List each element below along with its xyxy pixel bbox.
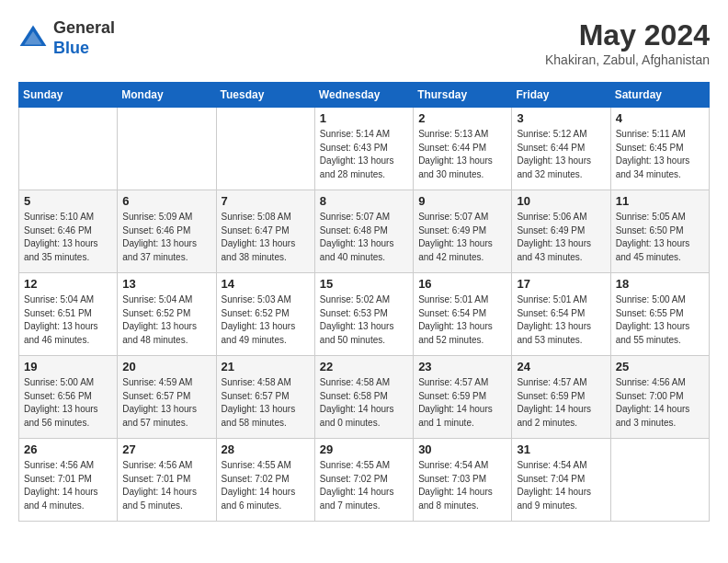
- day-number: 4: [616, 111, 704, 125]
- calendar-cell: 12Sunrise: 5:04 AMSunset: 6:51 PMDayligh…: [19, 273, 118, 356]
- calendar-cell: 3Sunrise: 5:12 AMSunset: 6:44 PMDaylight…: [512, 108, 610, 190]
- day-info: Sunrise: 4:56 AMSunset: 7:00 PMDaylight:…: [616, 376, 704, 430]
- day-number: 27: [122, 442, 210, 456]
- page-header: General Blue May 2024 Khakiran, Zabul, A…: [18, 18, 710, 67]
- day-info: Sunrise: 4:56 AMSunset: 7:01 PMDaylight:…: [122, 459, 210, 512]
- day-info: Sunrise: 5:01 AMSunset: 6:54 PMDaylight:…: [418, 293, 506, 347]
- day-number: 8: [320, 194, 408, 208]
- day-info: Sunrise: 4:58 AMSunset: 6:57 PMDaylight:…: [222, 376, 310, 430]
- calendar-cell: 6Sunrise: 5:09 AMSunset: 6:46 PMDaylight…: [118, 190, 216, 273]
- day-number: 11: [616, 194, 704, 208]
- weekday-header-wednesday: Wednesday: [314, 83, 413, 108]
- weekday-header-sunday: Sunday: [19, 83, 118, 108]
- weekday-header-friday: Friday: [512, 83, 610, 108]
- day-number: 6: [122, 194, 210, 208]
- day-info: Sunrise: 5:07 AMSunset: 6:48 PMDaylight:…: [320, 211, 408, 264]
- day-number: 13: [122, 277, 210, 291]
- day-number: 5: [24, 194, 112, 208]
- calendar-cell: 15Sunrise: 5:02 AMSunset: 6:53 PMDayligh…: [314, 273, 413, 356]
- weekday-header-monday: Monday: [118, 83, 216, 108]
- calendar-cell: 4Sunrise: 5:11 AMSunset: 6:45 PMDaylight…: [610, 108, 709, 190]
- day-info: Sunrise: 5:07 AMSunset: 6:49 PMDaylight:…: [418, 211, 506, 264]
- day-info: Sunrise: 4:58 AMSunset: 6:58 PMDaylight:…: [320, 376, 408, 430]
- calendar-body: 1Sunrise: 5:14 AMSunset: 6:43 PMDaylight…: [19, 108, 710, 522]
- day-number: 28: [222, 442, 310, 456]
- calendar-cell: [610, 439, 709, 522]
- calendar-cell: 19Sunrise: 5:00 AMSunset: 6:56 PMDayligh…: [19, 356, 118, 439]
- calendar-cell: 1Sunrise: 5:14 AMSunset: 6:43 PMDaylight…: [314, 108, 413, 190]
- calendar-week-4: 19Sunrise: 5:00 AMSunset: 6:56 PMDayligh…: [19, 356, 710, 439]
- calendar-cell: 14Sunrise: 5:03 AMSunset: 6:52 PMDayligh…: [216, 273, 314, 356]
- day-number: 23: [418, 360, 506, 373]
- calendar-cell: 18Sunrise: 5:00 AMSunset: 6:55 PMDayligh…: [610, 273, 709, 356]
- calendar-week-5: 26Sunrise: 4:56 AMSunset: 7:01 PMDayligh…: [19, 439, 710, 522]
- calendar-week-1: 1Sunrise: 5:14 AMSunset: 6:43 PMDaylight…: [19, 108, 710, 190]
- day-info: Sunrise: 5:10 AMSunset: 6:46 PMDaylight:…: [24, 211, 112, 264]
- day-info: Sunrise: 5:04 AMSunset: 6:51 PMDaylight:…: [24, 293, 112, 347]
- calendar-cell: 31Sunrise: 4:54 AMSunset: 7:04 PMDayligh…: [512, 439, 610, 522]
- day-info: Sunrise: 4:55 AMSunset: 7:02 PMDaylight:…: [222, 459, 310, 512]
- day-info: Sunrise: 5:00 AMSunset: 6:55 PMDaylight:…: [616, 293, 704, 347]
- day-number: 19: [24, 360, 112, 373]
- day-info: Sunrise: 5:01 AMSunset: 6:54 PMDaylight:…: [517, 293, 605, 347]
- day-info: Sunrise: 5:00 AMSunset: 6:56 PMDaylight:…: [24, 376, 112, 430]
- day-info: Sunrise: 5:13 AMSunset: 6:44 PMDaylight:…: [418, 128, 506, 181]
- calendar-week-2: 5Sunrise: 5:10 AMSunset: 6:46 PMDaylight…: [19, 190, 710, 273]
- day-number: 16: [418, 277, 506, 291]
- calendar-cell: 5Sunrise: 5:10 AMSunset: 6:46 PMDaylight…: [19, 190, 118, 273]
- weekday-header-tuesday: Tuesday: [216, 83, 314, 108]
- day-number: 17: [517, 277, 605, 291]
- calendar-week-3: 12Sunrise: 5:04 AMSunset: 6:51 PMDayligh…: [19, 273, 710, 356]
- logo-icon: [18, 24, 48, 53]
- title-block: May 2024 Khakiran, Zabul, Afghanistan: [545, 18, 710, 67]
- weekday-header-row: SundayMondayTuesdayWednesdayThursdayFrid…: [19, 83, 710, 108]
- day-info: Sunrise: 5:02 AMSunset: 6:53 PMDaylight:…: [320, 293, 408, 347]
- day-number: 2: [418, 111, 506, 125]
- calendar-cell: 28Sunrise: 4:55 AMSunset: 7:02 PMDayligh…: [216, 439, 314, 522]
- day-number: 25: [616, 360, 704, 373]
- calendar-cell: [216, 108, 314, 190]
- calendar-cell: 2Sunrise: 5:13 AMSunset: 6:44 PMDaylight…: [414, 108, 512, 190]
- calendar-cell: 25Sunrise: 4:56 AMSunset: 7:00 PMDayligh…: [610, 356, 709, 439]
- day-info: Sunrise: 4:59 AMSunset: 6:57 PMDaylight:…: [122, 376, 210, 430]
- day-info: Sunrise: 4:56 AMSunset: 7:01 PMDaylight:…: [24, 459, 112, 512]
- calendar-cell: 8Sunrise: 5:07 AMSunset: 6:48 PMDaylight…: [314, 190, 413, 273]
- day-info: Sunrise: 4:55 AMSunset: 7:02 PMDaylight:…: [320, 459, 408, 512]
- day-number: 15: [320, 277, 408, 291]
- day-number: 20: [122, 360, 210, 373]
- day-number: 1: [320, 111, 408, 125]
- day-number: 21: [222, 360, 310, 373]
- day-info: Sunrise: 5:06 AMSunset: 6:49 PMDaylight:…: [517, 211, 605, 264]
- calendar-cell: 11Sunrise: 5:05 AMSunset: 6:50 PMDayligh…: [610, 190, 709, 273]
- weekday-header-thursday: Thursday: [414, 83, 512, 108]
- calendar-header: SundayMondayTuesdayWednesdayThursdayFrid…: [19, 83, 710, 108]
- calendar-cell: 20Sunrise: 4:59 AMSunset: 6:57 PMDayligh…: [118, 356, 216, 439]
- calendar-cell: 22Sunrise: 4:58 AMSunset: 6:58 PMDayligh…: [314, 356, 413, 439]
- calendar-cell: 16Sunrise: 5:01 AMSunset: 6:54 PMDayligh…: [414, 273, 512, 356]
- day-number: 30: [418, 442, 506, 456]
- calendar-cell: 29Sunrise: 4:55 AMSunset: 7:02 PMDayligh…: [314, 439, 413, 522]
- calendar-cell: 30Sunrise: 4:54 AMSunset: 7:03 PMDayligh…: [414, 439, 512, 522]
- day-info: Sunrise: 4:54 AMSunset: 7:03 PMDaylight:…: [418, 459, 506, 512]
- day-number: 22: [320, 360, 408, 373]
- logo-text: General Blue: [53, 18, 115, 58]
- calendar-cell: [19, 108, 118, 190]
- day-info: Sunrise: 5:05 AMSunset: 6:50 PMDaylight:…: [616, 211, 704, 264]
- calendar-cell: 13Sunrise: 5:04 AMSunset: 6:52 PMDayligh…: [118, 273, 216, 356]
- day-number: 7: [222, 194, 310, 208]
- day-number: 9: [418, 194, 506, 208]
- day-number: 18: [616, 277, 704, 291]
- day-info: Sunrise: 4:57 AMSunset: 6:59 PMDaylight:…: [418, 376, 506, 430]
- calendar-cell: 9Sunrise: 5:07 AMSunset: 6:49 PMDaylight…: [414, 190, 512, 273]
- calendar-cell: 24Sunrise: 4:57 AMSunset: 6:59 PMDayligh…: [512, 356, 610, 439]
- logo: General Blue: [18, 18, 115, 58]
- day-number: 31: [517, 442, 605, 456]
- day-info: Sunrise: 5:14 AMSunset: 6:43 PMDaylight:…: [320, 128, 408, 181]
- location-subtitle: Khakiran, Zabul, Afghanistan: [545, 52, 710, 67]
- calendar-cell: 7Sunrise: 5:08 AMSunset: 6:47 PMDaylight…: [216, 190, 314, 273]
- day-info: Sunrise: 5:08 AMSunset: 6:47 PMDaylight:…: [222, 211, 310, 264]
- day-info: Sunrise: 5:12 AMSunset: 6:44 PMDaylight:…: [517, 128, 605, 181]
- calendar-cell: 26Sunrise: 4:56 AMSunset: 7:01 PMDayligh…: [19, 439, 118, 522]
- month-year-title: May 2024: [545, 18, 710, 52]
- day-info: Sunrise: 5:03 AMSunset: 6:52 PMDaylight:…: [222, 293, 310, 347]
